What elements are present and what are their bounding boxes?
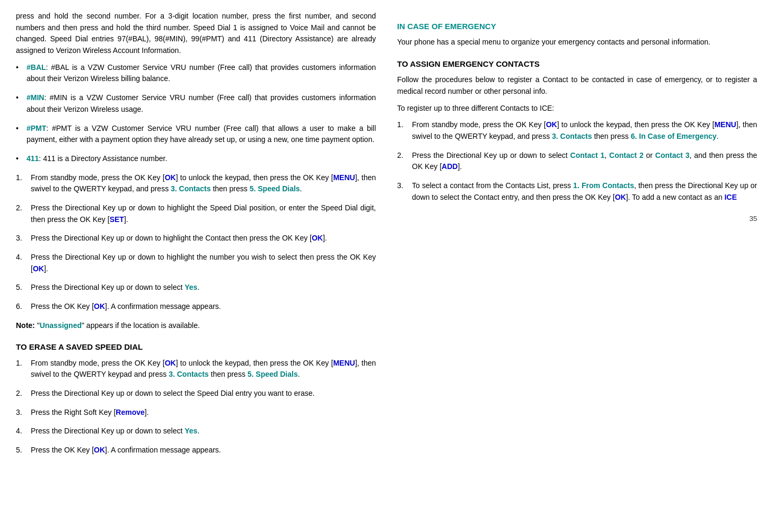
assign-step-2: 2. Press the Directional Key up or down … xyxy=(397,150,757,173)
step-num: 4. xyxy=(16,425,22,437)
step-1: 1. From standby mode, press the OK Key [… xyxy=(16,172,376,195)
step-2: 2. Press the Directional Key up or down … xyxy=(16,202,376,225)
list-item: #PMT: #PMT is a VZW Customer Service VRU… xyxy=(16,123,376,146)
ice-link: 6. In Case of Emergency xyxy=(631,132,717,140)
min-key: #MIN xyxy=(27,93,44,102)
bal-key: #BAL xyxy=(27,63,46,72)
assign-paragraph2: To register up to three different Contac… xyxy=(397,103,757,114)
list-item: #BAL: #BAL is a VZW Customer Service VRU… xyxy=(16,62,376,85)
add-key: ADD xyxy=(442,162,458,171)
emergency-heading: IN CASE OF EMERGENCY xyxy=(397,20,757,32)
contact1-link: Contact 1 xyxy=(570,151,605,159)
bal-text: : #BAL is a VZW Customer Service VRU num… xyxy=(27,63,376,83)
assign-heading: TO ASSIGN EMERGENCY CONTACTS xyxy=(397,58,757,70)
right-column: IN CASE OF EMERGENCY Your phone has a sp… xyxy=(397,11,757,464)
step-num: 2. xyxy=(397,150,403,162)
step-num: 5. xyxy=(16,282,22,294)
erase-heading: TO ERASE A SAVED SPEED DIAL xyxy=(16,341,376,353)
bullet-list: #BAL: #BAL is a VZW Customer Service VRU… xyxy=(16,62,376,165)
ok-key: OK xyxy=(312,234,323,242)
remove-key: Remove xyxy=(116,408,144,416)
step-num: 2. xyxy=(16,202,22,214)
min-text: : #MIN is a VZW Customer Service VRU num… xyxy=(27,93,376,113)
step-num: 3. xyxy=(397,180,403,192)
step-4: 4. Press the Directional Key up or down … xyxy=(16,252,376,274)
step-num: 3. xyxy=(16,233,22,244)
ok-key: OK xyxy=(33,264,44,273)
contacts-link: 3. Contacts xyxy=(169,370,208,378)
contacts-link: 3. Contacts xyxy=(552,132,592,140)
set-key: SET xyxy=(110,215,124,224)
list-item: #MIN: #MIN is a VZW Customer Service VRU… xyxy=(16,92,376,115)
contact3-link: Contact 3 xyxy=(655,151,690,159)
list-item: 411: 411 is a Directory Assistance numbe… xyxy=(16,153,376,165)
menu-key: MENU xyxy=(714,120,736,129)
contact2-link: Contact 2 xyxy=(609,151,644,159)
ok-key: OK xyxy=(165,173,176,182)
speed-dials-link: 5. Speed Dials xyxy=(250,184,300,193)
ok-key: OK xyxy=(165,359,176,367)
erase-section: TO ERASE A SAVED SPEED DIAL 1. From stan… xyxy=(16,341,376,456)
step-num: 1. xyxy=(16,358,22,369)
411-key: 411 xyxy=(27,154,39,163)
erase-step-2: 2. Press the Directional Key up or down … xyxy=(16,388,376,400)
contacts-link: 3. Contacts xyxy=(171,184,210,193)
intro-paragraph: press and hold the second number. For a … xyxy=(16,11,376,57)
step-num: 3. xyxy=(16,407,22,419)
assign-steps-list: 1. From standby mode, press the OK Key [… xyxy=(397,119,757,203)
menu-key: MENU xyxy=(333,173,355,182)
erase-step-3: 3. Press the Right Soft Key [Remove]. xyxy=(16,407,376,419)
yes-link: Yes xyxy=(185,427,197,435)
step-num: 1. xyxy=(16,172,22,184)
menu-key: MENU xyxy=(333,359,355,367)
erase-step-4: 4. Press the Directional Key up or down … xyxy=(16,425,376,437)
page-container: press and hold the second number. For a … xyxy=(16,11,757,464)
erase-steps-list: 1. From standby mode, press the OK Key [… xyxy=(16,358,376,456)
step-num: 1. xyxy=(397,119,403,131)
ok-key: OK xyxy=(615,193,626,201)
assign-step-1: 1. From standby mode, press the OK Key [… xyxy=(397,119,757,142)
ice-text: ICE xyxy=(724,193,736,201)
pmt-key: #PMT xyxy=(27,124,46,132)
ok-key: OK xyxy=(94,302,105,311)
pmt-text: : #PMT is a VZW Customer Service VRU num… xyxy=(27,124,376,144)
note-line: Note: "Unassigned" appears if the locati… xyxy=(16,320,376,332)
left-column: press and hold the second number. For a … xyxy=(16,11,376,464)
erase-step-1: 1. From standby mode, press the OK Key [… xyxy=(16,358,376,380)
assign-paragraph1: Follow the procedures below to register … xyxy=(397,74,757,97)
yes-link: Yes xyxy=(185,283,197,291)
emergency-paragraph: Your phone has a special menu to organiz… xyxy=(397,37,757,48)
note-label: Note: xyxy=(16,321,35,330)
step-num: 4. xyxy=(16,252,22,263)
step-num: 6. xyxy=(16,301,22,313)
ok-key: OK xyxy=(546,120,557,129)
ok-key: OK xyxy=(94,446,105,454)
from-contacts-link: 1. From Contacts xyxy=(573,181,634,190)
step-3: 3. Press the Directional Key up or down … xyxy=(16,233,376,244)
step-5: 5. Press the Directional Key up or down … xyxy=(16,282,376,294)
steps-list: 1. From standby mode, press the OK Key [… xyxy=(16,172,376,313)
411-text: : 411 is a Directory Assistance number. xyxy=(39,154,167,163)
erase-step-5: 5. Press the OK Key [OK]. A confirmation… xyxy=(16,445,376,456)
assign-step-3: 3. To select a contact from the Contacts… xyxy=(397,180,757,203)
speed-dials-link: 5. Speed Dials xyxy=(248,370,298,378)
step-num: 5. xyxy=(16,445,22,456)
unassigned-text: Unassigned xyxy=(40,321,82,330)
page-number: 35 xyxy=(397,214,757,224)
step-6: 6. Press the OK Key [OK]. A confirmation… xyxy=(16,301,376,313)
step-num: 2. xyxy=(16,388,22,400)
